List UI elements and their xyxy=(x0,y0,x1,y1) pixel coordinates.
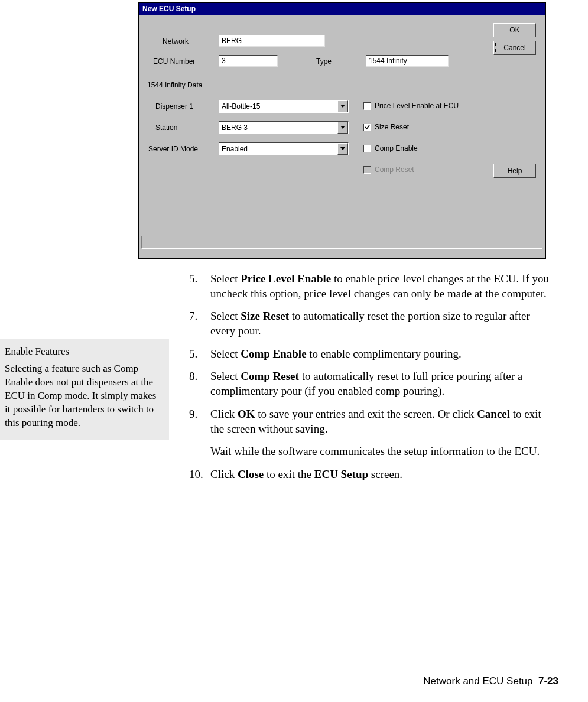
footer-page: 7-23 xyxy=(538,675,558,687)
label-station: Station xyxy=(155,124,177,132)
step-number: 8. xyxy=(189,369,210,398)
combo-station-value: BERG 3 xyxy=(219,124,337,132)
sidebar-note-body: Selecting a feature such as Comp Enable … xyxy=(5,363,156,428)
checkbox-price-level-enable[interactable]: Price Level Enable at ECU xyxy=(363,102,459,110)
field-type[interactable]: 1544 Infinity xyxy=(366,55,449,67)
label-ecu-number: ECU Number xyxy=(153,57,195,66)
checkbox-label: Size Reset xyxy=(375,123,409,131)
status-bar xyxy=(141,236,542,249)
label-type: Type xyxy=(316,57,332,66)
sidebar-note-title: Enable Features xyxy=(5,345,162,359)
label-dispenser: Dispenser 1 xyxy=(155,102,193,110)
step-number: 5. xyxy=(189,347,210,362)
step-8: 8. Select Comp Reset to automatically re… xyxy=(189,369,555,398)
footer-text: Network and ECU Setup xyxy=(423,675,532,687)
step-10: 10. Click Close to exit the ECU Setup sc… xyxy=(189,467,555,482)
checkbox-label: Comp Reset xyxy=(375,165,414,174)
step-text: Select Size Reset to automatically reset… xyxy=(210,309,555,338)
checkbox-box xyxy=(363,166,371,174)
combo-station[interactable]: BERG 3 xyxy=(219,121,349,134)
field-ecu-number[interactable]: 3 xyxy=(219,55,278,67)
combo-server-id-mode[interactable]: Enabled xyxy=(219,142,349,155)
chevron-down-icon[interactable] xyxy=(337,122,348,134)
step-5a: 5. Select Price Level Enable to enable p… xyxy=(189,272,555,301)
page-footer: Network and ECU Setup 7-23 xyxy=(423,675,558,687)
chevron-down-icon[interactable] xyxy=(337,143,348,155)
checkbox-comp-enable[interactable]: Comp Enable xyxy=(363,144,418,152)
step-7: 7. Select Size Reset to automatically re… xyxy=(189,309,555,338)
cancel-button[interactable]: Cancel xyxy=(493,41,536,55)
label-network: Network xyxy=(163,37,189,46)
checkbox-label: Price Level Enable at ECU xyxy=(375,102,459,110)
step-list: 5. Select Price Level Enable to enable p… xyxy=(189,272,555,490)
step-text: Select Comp Reset to automatically reset… xyxy=(210,369,555,398)
label-section-1544: 1544 Infinity Data xyxy=(147,81,202,89)
combo-server-id-value: Enabled xyxy=(219,145,337,153)
step-text: Select Price Level Enable to enable pric… xyxy=(210,272,555,301)
dialog-new-ecu-setup: New ECU Setup Network BERG ECU Number 3 … xyxy=(138,2,546,259)
step-9: 9. Click OK to save your entries and exi… xyxy=(189,407,555,459)
chevron-down-icon[interactable] xyxy=(337,100,348,112)
step-text: Select Comp Enable to enable complimenta… xyxy=(210,347,555,362)
dialog-body: Network BERG ECU Number 3 Type 1544 Infi… xyxy=(139,15,545,251)
checkbox-box xyxy=(363,124,371,131)
field-network[interactable]: BERG xyxy=(219,35,325,47)
ok-button[interactable]: OK xyxy=(493,23,536,37)
step-5b: 5. Select Comp Enable to enable complime… xyxy=(189,347,555,362)
checkbox-box xyxy=(363,102,371,110)
step-number: 7. xyxy=(189,309,210,338)
step-number: 9. xyxy=(189,407,210,459)
sidebar-note: Enable Features Selecting a feature such… xyxy=(0,339,169,440)
checkbox-comp-reset: Comp Reset xyxy=(363,165,414,174)
combo-dispenser[interactable]: All-Bottle-15 xyxy=(219,100,349,113)
checkbox-size-reset[interactable]: Size Reset xyxy=(363,123,409,131)
combo-dispenser-value: All-Bottle-15 xyxy=(219,102,337,110)
help-button[interactable]: Help xyxy=(493,164,536,178)
step-number: 10. xyxy=(189,467,210,482)
step-number: 5. xyxy=(189,272,210,301)
dialog-titlebar: New ECU Setup xyxy=(139,3,545,15)
checkbox-box xyxy=(363,145,371,152)
step-text: Click Close to exit the ECU Setup screen… xyxy=(210,467,555,482)
checkbox-label: Comp Enable xyxy=(375,144,418,152)
step-text: Click OK to save your entries and exit t… xyxy=(210,407,555,459)
label-server-id-mode: Server ID Mode xyxy=(148,145,198,153)
